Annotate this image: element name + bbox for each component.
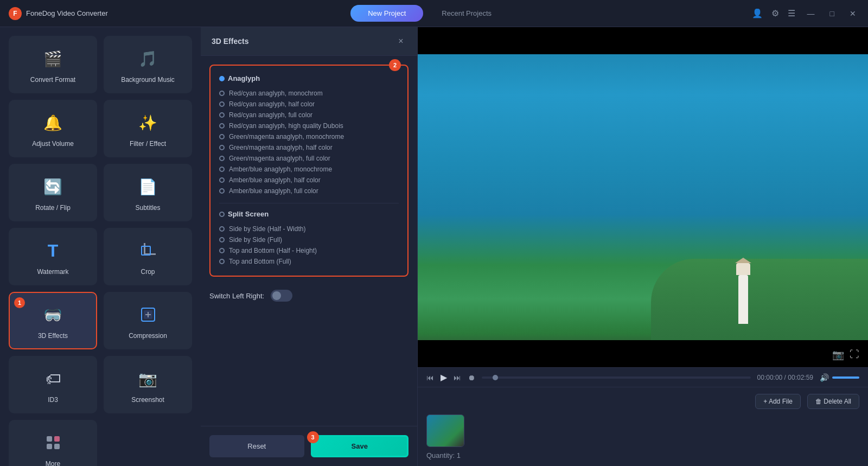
switch-left-right-toggle[interactable] [271, 290, 292, 302]
option-tb-half[interactable]: Top and Bottom (Half - Height) [219, 245, 399, 256]
minimize-button[interactable]: — [804, 8, 818, 19]
sidebar-item-watermark[interactable]: T Watermark [9, 228, 97, 285]
lighthouse-cap [735, 258, 751, 263]
option-gm-half[interactable]: Green/magenta anaglyph, half color [219, 142, 399, 153]
option-rc-dubois[interactable]: Red/cyan anaglyph, high quality Dubois [219, 120, 399, 131]
thumbnail-item[interactable] [426, 414, 464, 447]
toggle-knob [272, 291, 281, 300]
gear-icon[interactable]: ⚙ [771, 8, 779, 18]
sidebar-item-more[interactable]: More [9, 420, 97, 466]
play-button[interactable]: ▶ [441, 372, 447, 382]
lighthouse-top [736, 263, 750, 275]
progress-dot [493, 375, 498, 380]
video-preview [418, 27, 868, 367]
sidebar-item-background-music[interactable]: 🎵 Background Music [104, 36, 192, 93]
dialog-header: 3D Effects × [201, 27, 417, 56]
svg-rect-0 [144, 243, 145, 255]
radio-sbs-full [219, 237, 225, 242]
sidebar-item-id3[interactable]: 🏷 ID3 [9, 356, 97, 413]
convert-format-icon: 🎬 [40, 46, 66, 72]
option-gm-full[interactable]: Green/magenta anaglyph, full color [219, 153, 399, 164]
sidebar-label-subtitles: Subtitles [135, 204, 160, 212]
fullscreen-overlay-icon[interactable]: ⛶ [850, 349, 859, 361]
reset-button[interactable]: Reset [209, 435, 304, 457]
progress-bar[interactable] [482, 376, 751, 379]
svg-rect-7 [47, 436, 52, 442]
file-list-header: + Add File 🗑 Delete All [426, 394, 859, 409]
svg-rect-8 [54, 436, 60, 442]
save-badge: 3 [307, 431, 319, 443]
option-ab-full[interactable]: Amber/blue anaglyph, full color [219, 186, 399, 196]
sidebar-label-adjust-volume: Adjust Volume [32, 140, 74, 148]
option-ab-mono[interactable]: Amber/blue anaglyph, monochrome [219, 164, 399, 175]
volume-bar[interactable] [832, 376, 859, 379]
sidebar-item-adjust-volume[interactable]: 🔔 Adjust Volume [9, 100, 97, 157]
add-file-button[interactable]: + Add File [755, 394, 801, 409]
sidebar-label-background-music: Background Music [121, 76, 175, 84]
sidebar-label-3d-effects: 3D Effects [38, 332, 68, 340]
section-divider [219, 203, 399, 203]
switch-label: Switch Left Right: [209, 292, 264, 300]
sidebar-label-filter-effect: Filter / Effect [130, 140, 166, 148]
sidebar-item-convert-format[interactable]: 🎬 Convert Format [9, 36, 97, 93]
dialog-close-button[interactable]: × [395, 36, 406, 47]
option-sbs-half[interactable]: Side by Side (Half - Width) [219, 224, 399, 234]
letterbox-top [418, 27, 868, 54]
sidebar-item-compression[interactable]: Compression [104, 292, 192, 349]
option-sbs-full[interactable]: Side by Side (Full) [219, 234, 399, 245]
maximize-button[interactable]: □ [827, 8, 838, 19]
skip-forward-button[interactable]: ⏭ [454, 373, 461, 382]
sidebar-item-screenshot[interactable]: 📷 Screenshot [104, 356, 192, 413]
video-area: 📷 ⛶ [418, 27, 868, 367]
volume-control: 🔊 [820, 373, 859, 382]
option-rc-full[interactable]: Red/cyan anaglyph, full color [219, 110, 399, 120]
sidebar-item-subtitles[interactable]: 📄 Subtitles [104, 164, 192, 221]
anaglyph-section: 2 Anaglyph Red/cyan anaglyph, monochrom … [209, 65, 409, 277]
option-tb-full[interactable]: Top and Bottom (Full) [219, 256, 399, 267]
svg-rect-9 [47, 444, 52, 449]
sidebar-item-rotate-flip[interactable]: 🔄 Rotate / Flip [9, 164, 97, 221]
sidebar-item-crop[interactable]: Crop [104, 228, 192, 285]
filter-effect-icon: ✨ [135, 110, 161, 136]
compression-icon [135, 302, 161, 328]
quantity-area: Quantity: 1 [426, 451, 859, 459]
lighthouse-tower [738, 275, 748, 324]
radio-rc-mono [219, 91, 225, 96]
option-ab-half[interactable]: Amber/blue anaglyph, half color [219, 175, 399, 186]
save-button[interactable]: 3 Save [311, 435, 409, 457]
player-controls: ⏮ ▶ ⏭ ⏺ 00:00:00 / 00:02:59 🔊 [418, 367, 868, 387]
svg-rect-10 [54, 444, 60, 449]
letterbox-bottom [418, 340, 868, 367]
radio-gm-mono [219, 134, 225, 139]
radio-ab-mono [219, 167, 225, 172]
file-list-area: + Add File 🗑 Delete All Quantity: 1 [418, 387, 868, 466]
quantity-label: Quantity: 1 [426, 451, 461, 459]
sidebar-label-more: More [46, 460, 60, 466]
close-button[interactable]: ✕ [846, 8, 859, 19]
camera-overlay-icon[interactable]: 📷 [832, 349, 844, 361]
more-icon [40, 430, 66, 456]
tab-new-project[interactable]: New Project [350, 5, 423, 22]
watermark-icon: T [40, 238, 66, 264]
tab-recent-projects[interactable]: Recent Projects [424, 5, 509, 22]
screenshot-icon: 📷 [135, 366, 161, 392]
option-rc-mono[interactable]: Red/cyan anaglyph, monochrom [219, 88, 399, 99]
anaglyph-title: Anaglyph [219, 74, 399, 82]
delete-all-button[interactable]: 🗑 Delete All [807, 394, 859, 409]
user-icon[interactable]: 👤 [752, 8, 763, 18]
sidebar-item-filter-effect[interactable]: ✨ Filter / Effect [104, 100, 192, 157]
radio-ab-full [219, 188, 225, 194]
volume-icon[interactable]: 🔊 [820, 373, 829, 382]
switch-left-right-row: Switch Left Right: [209, 285, 409, 306]
option-rc-half[interactable]: Red/cyan anaglyph, half color [219, 99, 399, 110]
dialog-footer: Reset 3 Save [201, 426, 417, 466]
radio-ab-half [219, 177, 225, 183]
adjust-volume-icon: 🔔 [40, 110, 66, 136]
crop-icon [135, 238, 161, 264]
sidebar-item-3d-effects[interactable]: 1 🥽 3D Effects [9, 292, 97, 349]
title-bar: F FoneDog Video Converter New Project Re… [0, 0, 868, 27]
record-button[interactable]: ⏺ [468, 373, 475, 382]
skip-back-button[interactable]: ⏮ [426, 373, 434, 382]
menu-icon[interactable]: ☰ [788, 8, 795, 18]
option-gm-mono[interactable]: Green/magenta anaglyph, monochrome [219, 131, 399, 142]
